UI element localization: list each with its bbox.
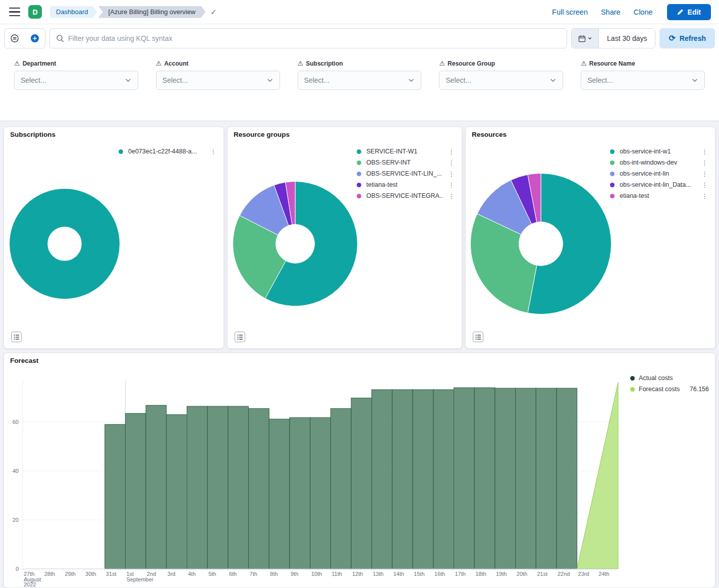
filter-label-text: Resource Name xyxy=(589,60,635,67)
kql-search-input[interactable] xyxy=(68,34,561,42)
warning-icon: ⚠ xyxy=(439,60,445,67)
subscriptions-donut-chart[interactable] xyxy=(4,149,125,338)
select-placeholder: Select... xyxy=(304,76,408,84)
legend-item[interactable]: OBS-SERVICE-INT-LIN_...⋮ xyxy=(357,168,457,179)
legend-item-menu-button[interactable]: ⋮ xyxy=(446,148,457,155)
filter-controls: ⚠DepartmentSelect...⚠AccountSelect...⚠Su… xyxy=(0,52,719,121)
add-filter-button[interactable] xyxy=(25,29,45,48)
saved-query-menu-button[interactable] xyxy=(5,29,25,48)
legend-toggle-button[interactable] xyxy=(235,332,245,342)
legend-item[interactable]: obs-service-int-lin⋮ xyxy=(610,168,710,179)
filter-label-text: Department xyxy=(23,60,57,67)
svg-text:28th: 28th xyxy=(44,571,55,577)
refresh-button[interactable]: ⟳ Refresh xyxy=(659,28,715,48)
svg-text:12th: 12th xyxy=(352,571,363,577)
filter-control-subscription: ⚠SubscriptionSelect... xyxy=(298,60,422,90)
filter-select-resource-group[interactable]: Select... xyxy=(439,71,563,90)
svg-text:16th: 16th xyxy=(434,571,445,577)
legend-item-menu-button[interactable]: ⋮ xyxy=(446,170,457,178)
filter-select-department[interactable]: Select... xyxy=(14,71,138,90)
resource-groups-donut-chart[interactable] xyxy=(228,149,363,338)
menu-icon[interactable] xyxy=(8,7,21,17)
svg-text:11th: 11th xyxy=(331,571,342,577)
svg-text:2022: 2022 xyxy=(24,581,36,587)
legend-color-dot xyxy=(610,194,615,198)
filter-label: ⚠Resource Group xyxy=(439,60,563,67)
space-avatar[interactable]: D xyxy=(28,5,42,19)
svg-text:September: September xyxy=(126,576,153,582)
legend-item[interactable]: OBS-SERVICE-INTEGRA...⋮ xyxy=(357,190,457,201)
legend-item-menu-button[interactable]: ⋮ xyxy=(446,181,457,189)
svg-text:24th: 24th xyxy=(598,571,609,577)
filter-select-account[interactable]: Select... xyxy=(156,71,280,90)
breadcrumb-current-dashboard[interactable]: [Azure Billing] Billing overview xyxy=(98,6,206,18)
legend-item[interactable]: OBS-SERV-INT⋮ xyxy=(357,157,457,168)
svg-text:10th: 10th xyxy=(311,571,322,577)
svg-text:21st: 21st xyxy=(537,571,547,577)
legend-item-menu-button[interactable]: ⋮ xyxy=(699,192,710,200)
legend-item[interactable]: obs-int-windows-dev⋮ xyxy=(610,157,710,168)
svg-text:29th: 29th xyxy=(65,571,75,577)
resources-donut-chart[interactable] xyxy=(466,149,616,338)
legend-item-menu-button[interactable]: ⋮ xyxy=(446,192,457,200)
select-placeholder: Select... xyxy=(21,76,125,84)
chevron-down-icon xyxy=(691,77,698,84)
check-icon[interactable]: ✓ xyxy=(210,8,217,17)
legend-color-dot xyxy=(357,149,361,154)
full-screen-button[interactable]: Full screen xyxy=(552,8,588,16)
panel-title: Resource groups xyxy=(228,127,462,138)
legend-item-label: obs-service-int-lin xyxy=(620,170,696,177)
breadcrumb-dashboard[interactable]: Dashboard xyxy=(50,6,97,18)
legend-item[interactable]: tetiana-test⋮ xyxy=(357,179,457,190)
svg-text:30th: 30th xyxy=(85,571,96,577)
filter-label: ⚠Department xyxy=(14,60,138,67)
legend-item[interactable]: 0e073ec1-c22f-4488-a...⋮ xyxy=(119,146,218,157)
legend-item[interactable]: Actual costs xyxy=(630,372,709,384)
legend-item-menu-button[interactable]: ⋮ xyxy=(446,159,457,167)
svg-text:19th: 19th xyxy=(496,571,507,577)
svg-text:18th: 18th xyxy=(475,571,486,577)
date-picker-calendar-button[interactable] xyxy=(572,29,599,48)
legend-item-label: Forecast costs xyxy=(639,386,680,393)
legend-item-menu-button[interactable]: ⋮ xyxy=(699,181,710,189)
legend-item[interactable]: etiana-test⋮ xyxy=(610,190,710,201)
panel-title: Subscriptions xyxy=(4,127,224,138)
chevron-down-icon xyxy=(549,77,557,84)
legend-item-menu-button[interactable]: ⋮ xyxy=(699,159,710,167)
edit-button[interactable]: Edit xyxy=(667,4,711,20)
svg-text:13th: 13th xyxy=(373,571,383,577)
charts-row: Subscriptions 0e073ec1-c22f-4488-a...⋮ R… xyxy=(4,127,715,348)
legend-item-label: SERVICE-INT-W1 xyxy=(366,148,443,155)
filter-select-subscription[interactable]: Select... xyxy=(298,71,422,90)
legend-item-menu-button[interactable]: ⋮ xyxy=(699,148,710,155)
filter-control-account: ⚠AccountSelect... xyxy=(156,60,280,90)
filter-label: ⚠Account xyxy=(156,60,280,67)
filter-label-text: Account xyxy=(164,60,188,67)
plus-circle-icon xyxy=(30,34,39,43)
legend-item-menu-button[interactable]: ⋮ xyxy=(208,148,218,155)
legend-item[interactable]: SERVICE-INT-W1⋮ xyxy=(357,146,457,157)
svg-text:5th: 5th xyxy=(208,571,216,577)
warning-icon: ⚠ xyxy=(581,60,587,67)
legend-item-label: obs-service-int-w1 xyxy=(620,148,696,155)
filter-control-resource-group: ⚠Resource GroupSelect... xyxy=(439,60,563,90)
list-icon xyxy=(237,334,243,340)
share-button[interactable]: Share xyxy=(601,8,621,16)
calendar-icon xyxy=(578,35,586,42)
legend-item[interactable]: obs-service-int-lin_Data...⋮ xyxy=(610,179,710,190)
legend-item[interactable]: Forecast costs 76.156 xyxy=(630,384,709,395)
panel-resource-groups: Resource groups SERVICE-INT-W1⋮OBS-SERV-… xyxy=(228,127,462,348)
date-range-button[interactable]: Last 30 days xyxy=(599,29,655,48)
svg-text:14th: 14th xyxy=(393,571,404,577)
legend-item-label: obs-service-int-lin_Data... xyxy=(620,181,696,188)
legend-toggle-button[interactable] xyxy=(11,332,22,342)
breadcrumb: Dashboard [Azure Billing] Billing overvi… xyxy=(50,6,217,18)
legend-toggle-button[interactable] xyxy=(473,332,483,342)
legend-item-menu-button[interactable]: ⋮ xyxy=(699,170,710,178)
legend-item-label: OBS-SERVICE-INTEGRA... xyxy=(366,192,443,199)
legend-item[interactable]: obs-service-int-w1⋮ xyxy=(610,146,710,157)
clone-button[interactable]: Clone xyxy=(634,8,653,16)
filter-select-resource-name[interactable]: Select... xyxy=(581,71,705,90)
select-placeholder: Select... xyxy=(162,76,266,84)
forecast-area-chart[interactable]: 020406027th28th29th30th31st1st2nd3rd4th5… xyxy=(4,375,715,588)
